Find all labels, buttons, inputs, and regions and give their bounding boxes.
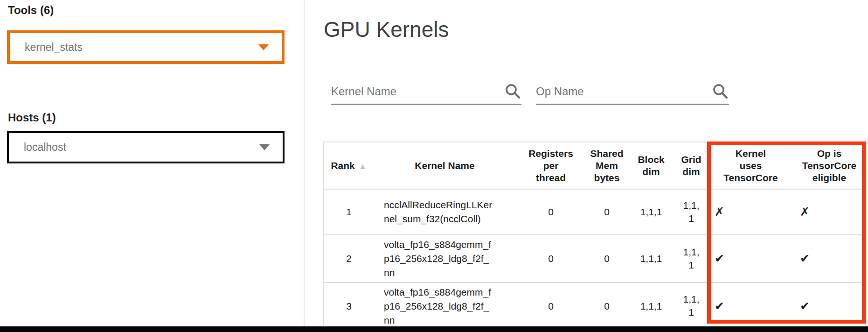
registers-per-thread-cell: 0 — [516, 283, 586, 326]
grid-dim-cell: 1,1,1 — [674, 283, 708, 326]
column-header-kernel-name[interactable]: Kernel Name — [374, 142, 516, 189]
rank-cell: 3 — [324, 283, 374, 326]
kernel-name-text: volta_fp16_s884gemm_fp16_256x128_ldg8_f2… — [384, 285, 493, 326]
column-header-label: Kernel Name — [415, 160, 474, 172]
block-dim-cell: 1,1,1 — [628, 189, 674, 235]
column-header-label: Grid dim — [680, 154, 703, 178]
column-header-label: Block dim — [637, 154, 665, 178]
kernel-uses-tensorcore-cell: ✗ — [708, 189, 793, 235]
grid-dim-text: 1,1,1 — [682, 293, 701, 319]
page-title: GPU Kernels — [324, 17, 449, 42]
column-header-shared-mem-bytes[interactable]: Shared Mem bytes — [586, 142, 628, 189]
registers-per-thread-cell: 0 — [516, 235, 586, 283]
block-dim-cell: 1,1,1 — [628, 283, 674, 326]
table-row: 3 volta_fp16_s884gemm_fp16_256x128_ldg8_… — [324, 283, 866, 326]
kernel-uses-tensorcore-cell: ✔ — [708, 283, 793, 326]
op-is-tensorcore-eligible-cell: ✔ — [793, 283, 866, 326]
kernel-name-filter[interactable] — [331, 79, 521, 105]
block-dim-cell: 1,1,1 — [628, 235, 674, 283]
column-header-registers-per-thread[interactable]: Registers per thread — [516, 142, 586, 189]
op-is-tensorcore-eligible-cell: ✗ — [793, 189, 866, 235]
kernel-name-cell: volta_fp16_s884gemm_fp16_256x128_ldg8_f2… — [374, 283, 516, 326]
gpu-kernels-table: Rank▲ Kernel Name Registers per thread S… — [323, 141, 866, 326]
op-name-filter-input[interactable] — [536, 85, 708, 98]
column-header-label: Kernel uses TensorCore — [723, 148, 778, 184]
sidebar-divider — [304, 0, 305, 326]
column-header-label: Registers per thread — [528, 148, 574, 184]
op-is-tensorcore-eligible-cell: ✔ — [793, 235, 866, 283]
column-header-grid-dim[interactable]: Grid dim — [674, 142, 708, 189]
column-header-kernel-uses-tensorcore[interactable]: Kernel uses TensorCore — [708, 142, 793, 189]
kernel-name-text: ncclAllReduceRingLLKernel_sum_f32(ncclCo… — [384, 198, 493, 226]
tools-label: Tools (6) — [8, 4, 54, 17]
hosts-dropdown[interactable]: localhost — [7, 131, 285, 163]
kernel-name-cell: ncclAllReduceRingLLKernel_sum_f32(ncclCo… — [374, 189, 516, 235]
hosts-label: Hosts (1) — [8, 111, 56, 124]
shared-mem-bytes-cell: 0 — [586, 189, 628, 235]
registers-per-thread-cell: 0 — [516, 189, 586, 235]
grid-dim-text: 1,1,1 — [682, 199, 701, 225]
sort-ascending-icon: ▲ — [359, 162, 367, 171]
column-header-block-dim[interactable]: Block dim — [628, 142, 674, 189]
tools-dropdown-value: kernel_stats — [25, 41, 83, 54]
table-row: 1 ncclAllReduceRingLLKernel_sum_f32(nccl… — [324, 189, 866, 235]
kernel-uses-tensorcore-cell: ✔ — [708, 235, 793, 283]
column-header-label: Rank — [331, 160, 354, 172]
search-icon — [711, 83, 729, 100]
rank-cell: 1 — [324, 189, 374, 235]
dropdown-caret-icon — [258, 44, 269, 50]
column-header-label: Shared Mem bytes — [588, 148, 625, 184]
shared-mem-bytes-cell: 0 — [586, 235, 628, 283]
column-header-label: Op is TensorCore eligible — [802, 148, 857, 184]
dropdown-caret-icon — [259, 144, 270, 150]
bottom-bar — [0, 326, 868, 332]
column-header-op-is-tensorcore-eligible[interactable]: Op is TensorCore eligible — [793, 142, 866, 189]
kernel-name-cell: volta_fp16_s884gemm_fp16_256x128_ldg8_f2… — [374, 235, 516, 283]
shared-mem-bytes-cell: 0 — [586, 283, 628, 326]
column-header-rank[interactable]: Rank▲ — [324, 142, 374, 189]
kernel-name-text: volta_fp16_s884gemm_fp16_256x128_ldg8_f2… — [384, 238, 493, 280]
rank-cell: 2 — [324, 235, 374, 283]
tools-dropdown[interactable]: kernel_stats — [7, 30, 285, 64]
kernel-name-filter-input[interactable] — [331, 85, 500, 98]
table-header-row: Rank▲ Kernel Name Registers per thread S… — [324, 142, 866, 189]
search-icon — [504, 83, 521, 100]
table-row: 2 volta_fp16_s884gemm_fp16_256x128_ldg8_… — [324, 235, 866, 283]
hosts-dropdown-value: localhost — [24, 141, 66, 154]
grid-dim-cell: 1,1,1 — [674, 189, 708, 235]
grid-dim-text: 1,1,1 — [682, 246, 701, 272]
op-name-filter[interactable] — [536, 79, 729, 105]
grid-dim-cell: 1,1,1 — [674, 235, 708, 283]
